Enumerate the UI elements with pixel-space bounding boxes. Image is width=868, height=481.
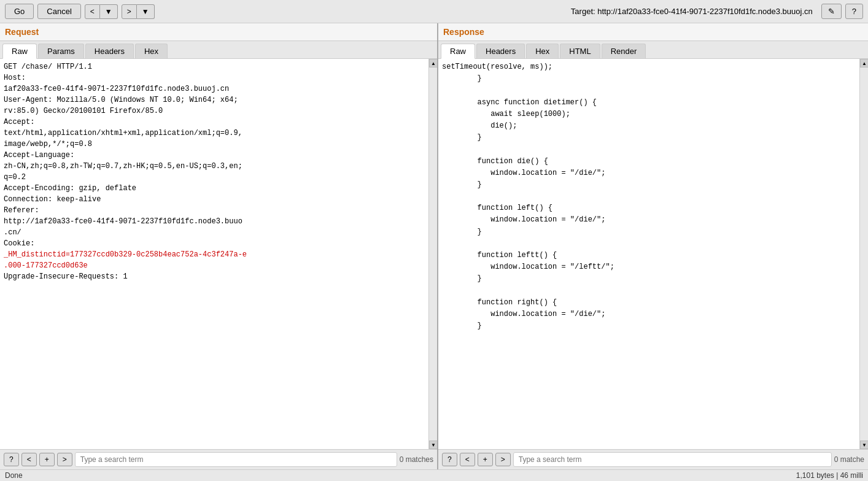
tab-request-params[interactable]: Params [38, 44, 84, 58]
request-line6: Accept: [4, 118, 34, 126]
nav-forward-dropdown-button[interactable]: ▼ [137, 4, 155, 19]
request-tabs-bar: Raw Params Headers Hex [0, 41, 437, 59]
scroll-down-arrow[interactable]: ▼ [429, 441, 437, 449]
request-cookie-value2: .000-177327ccd0d63e [4, 261, 88, 270]
request-line12: Accept-Encoding: gzip, deflate [4, 184, 136, 193]
tab-request-raw[interactable]: Raw [2, 44, 37, 59]
scroll-up-arrow[interactable]: ▲ [429, 59, 437, 67]
nav-back-button[interactable]: < [85, 4, 100, 19]
request-line11: q=0.2 [4, 173, 26, 182]
response-scroll-down[interactable]: ▼ [860, 441, 868, 449]
response-scroll-track[interactable] [860, 67, 868, 441]
cancel-button[interactable]: Cancel [37, 4, 80, 19]
request-line7: text/html,application/xhtml+xml,applicat… [4, 129, 242, 137]
response-search-help[interactable]: ? [442, 453, 457, 466]
edit-button[interactable]: ✎ [821, 4, 842, 19]
request-line3: 1af20a33-fce0-41f4-9071-2237f10fd1fc.nod… [4, 85, 229, 93]
response-code-area[interactable]: setTimeout(resolve, ms)); } async functi… [438, 59, 859, 449]
request-line1: GET /chase/ HTTP/1.1 [4, 63, 92, 71]
request-line15: http://1af20a33-fce0-41f4-9071-2237f10fd… [4, 217, 242, 226]
request-title: Request [0, 23, 437, 41]
request-match-count: 0 matches [400, 455, 433, 464]
request-line5: rv:85.0) Gecko/20100101 Firefox/85.0 [4, 107, 163, 115]
request-line16: .cn/ [4, 228, 21, 237]
main-content: Request Raw Params Headers Hex GET /chas… [0, 23, 868, 469]
help-button[interactable]: ? [845, 4, 863, 19]
request-line14: Referer: [4, 206, 39, 215]
response-search-input[interactable] [513, 452, 832, 467]
tab-request-headers[interactable]: Headers [85, 44, 134, 58]
tab-response-raw[interactable]: Raw [441, 44, 475, 59]
scroll-track[interactable] [429, 67, 437, 441]
response-scroll-up[interactable]: ▲ [860, 59, 868, 67]
tab-response-hex[interactable]: Hex [526, 44, 559, 58]
request-line9: Accept-Language: [4, 151, 74, 160]
request-search-input[interactable] [75, 452, 397, 467]
request-search-next[interactable]: > [57, 453, 72, 466]
response-panel: Response Raw Headers Hex HTML Render set… [438, 23, 868, 469]
request-panel: Request Raw Params Headers Hex GET /chas… [0, 23, 438, 469]
response-title: Response [438, 23, 868, 41]
response-match-count: 0 matche [834, 455, 864, 464]
status-right: 1,101 bytes | 46 milli [796, 471, 863, 480]
toolbar: Go Cancel < ▼ > ▼ Target: http://1af20a3… [0, 0, 868, 23]
nav-back-group: < ▼ [85, 4, 118, 19]
response-search-next[interactable]: > [495, 453, 511, 466]
response-search-add[interactable]: + [478, 453, 493, 466]
go-button[interactable]: Go [5, 4, 34, 19]
status-left: Done [5, 471, 23, 480]
request-search-help[interactable]: ? [4, 453, 19, 466]
request-line8: image/webp,*/*;q=0.8 [4, 140, 92, 148]
request-search-add[interactable]: + [39, 453, 55, 466]
tab-response-render[interactable]: Render [602, 44, 646, 58]
target-url: Target: http://1af20a33-fce0-41f4-9071-2… [158, 7, 818, 16]
request-cookie-value: _HM_distinctid=177327ccd0b329-0c258b4eac… [4, 250, 247, 259]
request-line18: Upgrade-Insecure-Requests: 1 [4, 272, 128, 281]
response-search-prev[interactable]: < [460, 453, 475, 466]
request-search-bar: ? < + > 0 matches [0, 449, 437, 469]
response-scrollbar: ▲ ▼ [859, 59, 868, 449]
request-code-container: GET /chase/ HTTP/1.1 Host: 1af20a33-fce0… [0, 59, 437, 449]
nav-forward-group: > ▼ [122, 4, 155, 19]
status-bar: Done 1,101 bytes | 46 milli [0, 469, 868, 481]
request-search-prev[interactable]: < [21, 453, 37, 466]
request-line10: zh-CN,zh;q=0.8,zh-TW;q=0.7,zh-HK;q=0.5,e… [4, 162, 242, 171]
nav-back-dropdown-button[interactable]: ▼ [100, 4, 118, 19]
nav-forward-button[interactable]: > [122, 4, 137, 19]
tab-response-headers[interactable]: Headers [476, 44, 525, 58]
response-tabs-bar: Raw Headers Hex HTML Render [438, 41, 868, 59]
tab-request-hex[interactable]: Hex [135, 44, 168, 58]
request-line4: User-Agent: Mozilla/5.0 (Windows NT 10.0… [4, 96, 238, 104]
response-code-container: setTimeout(resolve, ms)); } async functi… [438, 59, 868, 449]
tab-response-html[interactable]: HTML [560, 44, 600, 58]
request-line17: Cookie: [4, 239, 34, 248]
request-line13: Connection: keep-alive [4, 195, 101, 204]
response-search-bar: ? < + > 0 matche [438, 449, 868, 469]
request-line2: Host: [4, 74, 26, 82]
request-code-area[interactable]: GET /chase/ HTTP/1.1 Host: 1af20a33-fce0… [0, 59, 428, 449]
request-scrollbar: ▲ ▼ [428, 59, 437, 449]
